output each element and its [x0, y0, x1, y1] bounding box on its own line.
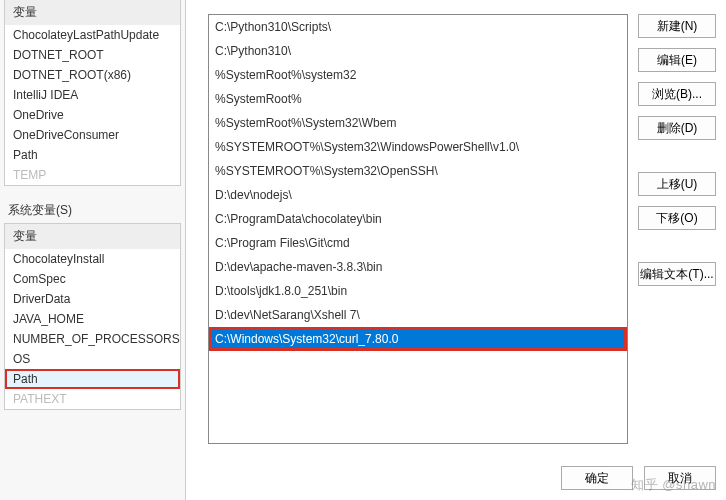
path-entry[interactable]: %SYSTEMROOT%\System32\OpenSSH\ [209, 159, 627, 183]
new-button[interactable]: 新建(N) [638, 14, 716, 38]
path-entry[interactable]: %SystemRoot%\system32 [209, 63, 627, 87]
sys-var-item-path[interactable]: Path [5, 369, 180, 389]
sys-var-item[interactable]: NUMBER_OF_PROCESSORS [5, 329, 180, 349]
action-button-column: 新建(N) 编辑(E) 浏览(B)... 删除(D) 上移(U) 下移(O) 编… [638, 14, 716, 296]
ok-button[interactable]: 确定 [561, 466, 633, 490]
path-entry[interactable]: %SystemRoot%\System32\Wbem [209, 111, 627, 135]
user-var-item[interactable]: DOTNET_ROOT(x86) [5, 65, 180, 85]
system-vars-header: 变量 [5, 224, 180, 249]
path-entry[interactable]: C:\ProgramData\chocolatey\bin [209, 207, 627, 231]
move-down-button[interactable]: 下移(O) [638, 206, 716, 230]
path-entry[interactable]: C:\Program Files\Git\cmd [209, 231, 627, 255]
user-vars-list: 变量 ChocolateyLastPathUpdate DOTNET_ROOT … [4, 0, 181, 186]
path-entry[interactable]: D:\dev\apache-maven-3.8.3\bin [209, 255, 627, 279]
user-var-item[interactable]: OneDrive [5, 105, 180, 125]
cancel-button[interactable]: 取消 [644, 466, 716, 490]
sys-var-item[interactable]: ComSpec [5, 269, 180, 289]
edit-button[interactable]: 编辑(E) [638, 48, 716, 72]
system-vars-label: 系统变量(S) [0, 194, 185, 223]
sys-var-item[interactable]: JAVA_HOME [5, 309, 180, 329]
user-vars-header: 变量 [5, 0, 180, 25]
env-vars-left-panel: 变量 ChocolateyLastPathUpdate DOTNET_ROOT … [0, 0, 186, 500]
path-entry[interactable]: C:\Python310\ [209, 39, 627, 63]
edit-text-button[interactable]: 编辑文本(T)... [638, 262, 716, 286]
path-entry[interactable]: %SystemRoot% [209, 87, 627, 111]
browse-button[interactable]: 浏览(B)... [638, 82, 716, 106]
sys-var-item[interactable]: DriverData [5, 289, 180, 309]
sys-var-item[interactable]: ChocolateyInstall [5, 249, 180, 269]
user-var-item[interactable]: OneDriveConsumer [5, 125, 180, 145]
dialog-bottom-buttons: 确定 取消 [553, 466, 716, 490]
sys-var-item[interactable]: OS [5, 349, 180, 369]
sys-var-item[interactable]: PATHEXT [5, 389, 180, 409]
move-up-button[interactable]: 上移(U) [638, 172, 716, 196]
delete-button[interactable]: 删除(D) [638, 116, 716, 140]
user-var-item[interactable]: TEMP [5, 165, 180, 185]
user-var-item[interactable]: ChocolateyLastPathUpdate [5, 25, 180, 45]
user-var-item[interactable]: Path [5, 145, 180, 165]
path-entry[interactable]: D:\tools\jdk1.8.0_251\bin [209, 279, 627, 303]
path-entry[interactable]: D:\dev\NetSarang\Xshell 7\ [209, 303, 627, 327]
user-var-item[interactable]: IntelliJ IDEA [5, 85, 180, 105]
path-entry[interactable]: C:\Python310\Scripts\ [209, 15, 627, 39]
path-entry[interactable]: D:\dev\nodejs\ [209, 183, 627, 207]
user-var-item[interactable]: DOTNET_ROOT [5, 45, 180, 65]
path-entry-selected[interactable]: C:\Windows\System32\curl_7.80.0 [209, 327, 627, 351]
system-vars-list: 变量 ChocolateyInstall ComSpec DriverData … [4, 223, 181, 410]
path-entries-listbox[interactable]: C:\Python310\Scripts\ C:\Python310\ %Sys… [208, 14, 628, 444]
path-entry[interactable]: %SYSTEMROOT%\System32\WindowsPowerShell\… [209, 135, 627, 159]
